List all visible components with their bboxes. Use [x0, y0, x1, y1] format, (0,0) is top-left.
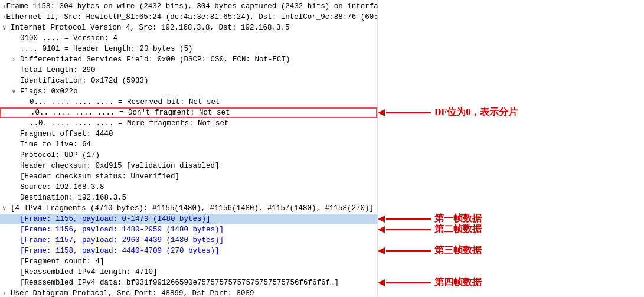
- annotations-area: DF位为0，表示分片第一帧数据第二帧数据第三帧数据第四帧数据: [378, 0, 644, 297]
- line-text: Header checksum: 0xd915 [validation disa…: [20, 161, 220, 171]
- annotation-text: 第二帧数据: [434, 223, 482, 236]
- packet-line: ›User Datagram Protocol, Src Port: 48899…: [0, 288, 377, 297]
- line-text: [Reassembled IPv4 length: 4710]: [20, 267, 158, 278]
- packet-line[interactable]: [Frame: 1156, payload: 1480-2959 (1480 b…: [0, 224, 377, 235]
- packet-line: ›Differentiated Services Field: 0x00 (DS…: [0, 54, 377, 65]
- frame-link[interactable]: [Frame: 1155, payload: 0-1479 (1480 byte…: [20, 215, 211, 223]
- svg-marker-1: [378, 109, 385, 116]
- line-text: Source: 192.168.3.8: [20, 182, 104, 192]
- packet-tree: ›Frame 1158: 304 bytes on wire (2432 bit…: [0, 0, 378, 297]
- line-text: User Datagram Protocol, Src Port: 48899,…: [11, 288, 254, 297]
- line-text: [Header checksum status: Unverified]: [20, 171, 179, 182]
- line-text: Identification: 0x172d (5933): [20, 76, 149, 86]
- line-text: [Frame: 1158, payload: 4440-4709 (270 by…: [20, 246, 220, 256]
- packet-line: Fragment offset: 4440: [0, 129, 377, 139]
- frame-link[interactable]: [Frame: 1156, payload: 1480-2959 (1480 b…: [20, 226, 224, 234]
- line-text: Total Length: 290: [20, 65, 96, 76]
- svg-marker-5: [378, 226, 385, 233]
- line-text: [4 IPv4 Fragments (4710 bytes): #1155(14…: [11, 203, 374, 214]
- line-text: Time to live: 64: [20, 139, 91, 150]
- packet-line[interactable]: [Frame: 1155, payload: 0-1479 (1480 byte…: [0, 214, 377, 224]
- line-text: .0.. .... .... .... = Don't fragment: No…: [31, 107, 230, 118]
- packet-line: Header checksum: 0xd915 [validation disa…: [0, 161, 377, 171]
- packet-line: Protocol: UDP (17): [0, 150, 377, 161]
- svg-marker-9: [378, 279, 385, 286]
- packet-line: .... 0101 = Header Length: 20 bytes (5): [0, 44, 377, 54]
- line-text: Protocol: UDP (17): [20, 150, 100, 161]
- line-text: Internet Protocol Version 4, Src: 192.16…: [11, 22, 290, 33]
- packet-line: ›Ethernet II, Src: HewlettP_81:65:24 (dc…: [0, 12, 377, 22]
- packet-line: Identification: 0x172d (5933): [0, 76, 377, 86]
- packet-line: [Fragment count: 4]: [0, 256, 377, 267]
- tree-expander[interactable]: ›: [12, 54, 20, 65]
- packet-line: [Reassembled IPv4 length: 4710]: [0, 267, 377, 278]
- packet-line: Source: 192.168.3.8: [0, 182, 377, 192]
- packet-line: [Reassembled IPv4 data: bf031f991266590e…: [0, 278, 377, 288]
- packet-line: Total Length: 290: [0, 65, 377, 76]
- packet-line: Time to live: 64: [0, 139, 377, 150]
- line-text: [Frame: 1155, payload: 0-1479 (1480 byte…: [20, 214, 211, 224]
- line-text: [Frame: 1157, payload: 2960-4439 (1480 b…: [20, 235, 224, 246]
- annotation-text: 第四帧数据: [434, 276, 482, 289]
- tree-expander[interactable]: ›: [2, 12, 6, 22]
- line-text: [Frame: 1156, payload: 1480-2959 (1480 b…: [20, 224, 224, 235]
- packet-line: .0.. .... .... .... = Don't fragment: No…: [0, 107, 377, 118]
- line-text: Fragment offset: 4440: [20, 129, 113, 139]
- annotation-text: 第三帧数据: [434, 244, 482, 257]
- packet-line: 0... .... .... .... = Reserved bit: Not …: [0, 97, 377, 107]
- packet-line: ..0. .... .... .... = More fragments: No…: [0, 118, 377, 129]
- line-text: Differentiated Services Field: 0x00 (DSC…: [20, 54, 290, 65]
- svg-marker-3: [378, 216, 385, 223]
- packet-line[interactable]: [Frame: 1158, payload: 4440-4709 (270 by…: [0, 246, 377, 256]
- tree-expander[interactable]: ›: [2, 288, 11, 297]
- line-text: .... 0101 = Header Length: 20 bytes (5): [20, 44, 193, 54]
- line-text: 0100 .... = Version: 4: [20, 33, 117, 44]
- line-text: [Reassembled IPv4 data: bf031f991266590e…: [20, 278, 339, 288]
- tree-expander[interactable]: ∨: [12, 86, 20, 97]
- packet-line: ›Frame 1158: 304 bytes on wire (2432 bit…: [0, 1, 377, 12]
- packet-line: [Header checksum status: Unverified]: [0, 171, 377, 182]
- packet-line: ∨Internet Protocol Version 4, Src: 192.1…: [0, 22, 377, 33]
- frame-link[interactable]: [Frame: 1157, payload: 2960-4439 (1480 b…: [20, 236, 224, 244]
- packet-line: 0100 .... = Version: 4: [0, 33, 377, 44]
- tree-expander[interactable]: ∨: [2, 22, 11, 33]
- svg-marker-7: [378, 247, 385, 254]
- packet-line: Destination: 192.168.3.5: [0, 192, 377, 203]
- tree-expander[interactable]: ›: [2, 1, 6, 12]
- main-container: ›Frame 1158: 304 bytes on wire (2432 bit…: [0, 0, 644, 297]
- line-text: Flags: 0x022b: [20, 86, 78, 97]
- frame-link[interactable]: [Frame: 1158, payload: 4440-4709 (270 by…: [20, 247, 220, 255]
- tree-expander[interactable]: ∨: [2, 203, 11, 214]
- packet-line: ∨Flags: 0x022b: [0, 86, 377, 97]
- packet-line: ∨[4 IPv4 Fragments (4710 bytes): #1155(1…: [0, 203, 377, 214]
- line-text: [Fragment count: 4]: [20, 256, 104, 267]
- annotation-text: DF位为0，表示分片: [434, 106, 518, 119]
- packet-line[interactable]: [Frame: 1157, payload: 2960-4439 (1480 b…: [0, 235, 377, 246]
- line-text: 0... .... .... .... = Reserved bit: Not …: [30, 97, 220, 107]
- line-text: Destination: 192.168.3.5: [20, 192, 126, 203]
- line-text: ..0. .... .... .... = More fragments: No…: [30, 118, 229, 129]
